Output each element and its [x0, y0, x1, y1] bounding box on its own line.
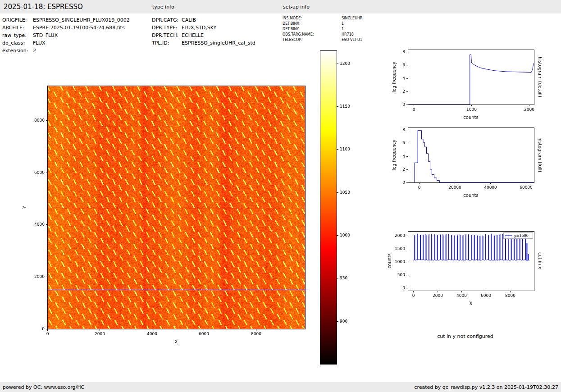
histogram-detail-right-label: histogram (detail) — [535, 50, 543, 105]
setup-info-heading: set-up info — [283, 4, 310, 10]
meta-value: 1 — [342, 22, 344, 26]
colorbar — [315, 47, 365, 369]
cut-in-x-plot — [385, 224, 545, 315]
histogram-full-right-label: histogram (full) — [535, 128, 543, 182]
meta-value: STD_FLUX — [33, 32, 58, 38]
cut-in-x-right-label: cut in x — [535, 231, 543, 291]
meta-label: DPR.TYPE: — [152, 24, 182, 32]
meta-row: TELESCOP:ESO-VLT-U1 — [283, 37, 363, 43]
meta-label: DPR.CATG: — [152, 16, 182, 24]
meta-row: OBS.TARG.NAME:HR718 — [283, 32, 363, 37]
meta-label: DPR.TECH: — [152, 32, 182, 39]
meta-label: OBS.TARG.NAME: — [283, 32, 342, 37]
type-info-heading: type info — [152, 4, 174, 10]
meta-label: TPL.ID: — [152, 39, 182, 47]
meta-label: ARCFILE: — [2, 24, 33, 32]
meta-value: ESPRESSO_SINGLEUHR_FLUX019_0002 — [33, 17, 130, 23]
meta-label: DET.BINX: — [283, 21, 342, 27]
meta-label: TELESCOP: — [283, 37, 342, 43]
meta-row: extension:2 — [2, 47, 130, 55]
meta-row: ORIGFILE:ESPRESSO_SINGLEUHR_FLUX019_0002 — [2, 16, 130, 24]
meta-value: FLUX — [33, 40, 46, 46]
meta-value: ESPRESSO_singleUHR_cal_std — [182, 40, 255, 46]
meta-value: HR718 — [342, 32, 354, 36]
raw-image-plot — [18, 77, 315, 354]
meta-value: CALIB — [182, 17, 196, 23]
histogram-full-plot — [385, 121, 545, 206]
meta-value: ECHELLE — [182, 32, 204, 38]
meta-row: DPR.CATG:CALIB — [152, 16, 255, 24]
meta-row: DPR.TYPE:FLUX,STD,SKY — [152, 24, 255, 32]
meta-value: ESO-VLT-U1 — [342, 38, 362, 42]
footer-right-text: created by qc_rawdisp.py v1.2.3 on 2025-… — [414, 384, 558, 390]
page-title: 2025-01-18: ESPRESSO — [4, 3, 83, 11]
meta-label: DET.BINY: — [283, 27, 342, 32]
meta-row: DET.BINX:1 — [283, 21, 363, 27]
meta-value: 2 — [33, 48, 36, 54]
cut-in-y-note: cut in y not configured — [385, 333, 545, 339]
meta-row: INS.MODE:SINGLEUHR — [283, 16, 363, 21]
meta-row: ARCFILE:ESPRE.2025-01-19T00:54:24.688.fi… — [2, 24, 130, 32]
header-bar: 2025-01-18: ESPRESSO type info set-up in… — [0, 0, 561, 14]
setup-info-block: INS.MODE:SINGLEUHR DET.BINX:1 DET.BINY:1… — [283, 16, 363, 43]
file-info-block: ORIGFILE:ESPRESSO_SINGLEUHR_FLUX019_0002… — [2, 16, 130, 55]
meta-row: TPL.ID:ESPRESSO_singleUHR_cal_std — [152, 39, 255, 47]
meta-label: ORIGFILE: — [2, 16, 33, 24]
meta-value: ESPRE.2025-01-19T00:54:24.688.fits — [33, 25, 125, 31]
footer-left-text: powered by QC: www.eso.org/HC — [3, 384, 84, 390]
meta-label: do_class: — [2, 39, 33, 47]
meta-label: extension: — [2, 47, 33, 55]
meta-row: raw_type:STD_FLUX — [2, 32, 130, 39]
meta-label: INS.MODE: — [283, 16, 342, 21]
meta-row: DPR.TECH:ECHELLE — [152, 32, 255, 39]
meta-label: raw_type: — [2, 32, 33, 39]
meta-value: FLUX,STD,SKY — [182, 25, 216, 31]
meta-value: SINGLEUHR — [342, 16, 363, 20]
meta-row: DET.BINY:1 — [283, 27, 363, 32]
type-info-block: DPR.CATG:CALIB DPR.TYPE:FLUX,STD,SKY DPR… — [152, 16, 255, 47]
histogram-detail-plot — [385, 43, 545, 128]
meta-value: 1 — [342, 27, 344, 31]
meta-row: do_class:FLUX — [2, 39, 130, 47]
